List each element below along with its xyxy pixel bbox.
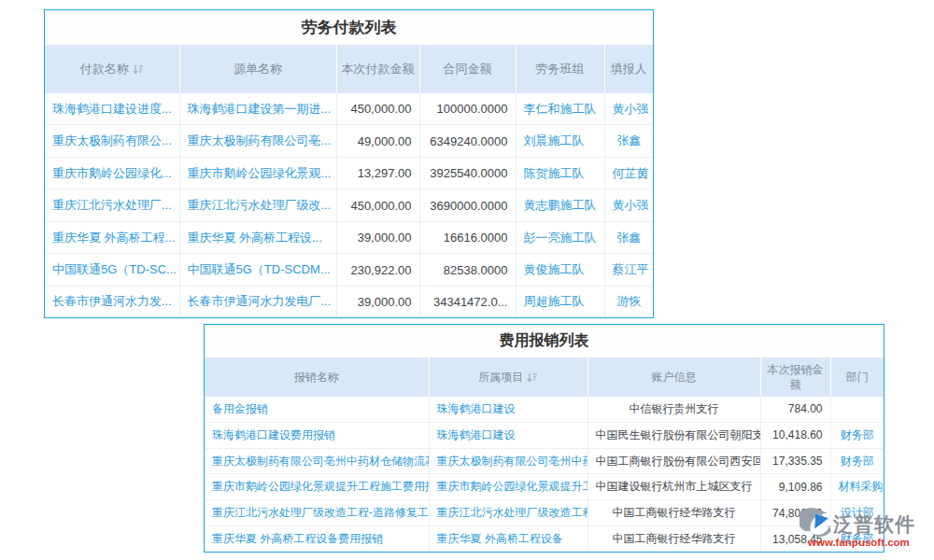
col-header-account-info: 账户信息 <box>587 357 760 397</box>
table-row: 重庆江北污水处理厂级改造工程-道路修复工程费...重庆江北污水处理厂级改造工程.… <box>205 500 884 526</box>
cell-payment-name[interactable]: 重庆江北污水处理厂... <box>45 189 179 222</box>
cell-contract-amount: 6349240.0000 <box>419 125 516 158</box>
cell-contract-amount: 16616.0000 <box>419 221 516 254</box>
cell-contract-amount: 3690000.0000 <box>419 189 516 222</box>
cell-project[interactable]: 重庆太极制药有限公司亳州中药... <box>429 448 587 474</box>
col-header-expense-name: 报销名称 <box>205 357 429 397</box>
cell-payment-name[interactable]: 重庆太极制药有限公... <box>45 125 179 158</box>
table-row: 长春市伊通河水力发...长春市伊通河水力发电厂...39,000.0034341… <box>45 286 653 317</box>
col-header-label: 本次报销金额 <box>768 363 824 391</box>
cell-project[interactable]: 珠海鹤港口建设 <box>429 397 587 422</box>
cell-labor-team[interactable]: 陈贺施工队 <box>516 157 604 189</box>
cell-labor-team[interactable]: 黄俊施工队 <box>516 254 604 287</box>
cell-department[interactable]: 财务部 <box>830 448 884 474</box>
col-header-label: 账户信息 <box>652 371 697 384</box>
col-header-reporter: 填报人 <box>604 45 653 93</box>
cell-expense-amount: 9,109.86 <box>760 474 830 500</box>
cell-expense-name[interactable]: 重庆江北污水处理厂级改造工程-道路修复工程费... <box>205 500 429 526</box>
cell-account-info: 中国工商银行经华路支行 <box>587 526 760 552</box>
cell-payment-name[interactable]: 珠海鹤港口建设进度... <box>45 93 179 125</box>
cell-source-name[interactable]: 珠海鹤港口建设第一期进... <box>179 93 336 125</box>
labor-table-title: 劳务付款列表 <box>45 10 653 45</box>
col-header-label: 付款名称 <box>80 62 129 76</box>
cell-expense-name[interactable]: 重庆华夏 外高桥工程设备费用报销 <box>205 526 429 552</box>
cell-source-name[interactable]: 重庆江北污水处理厂级改... <box>179 189 336 222</box>
table-row: 重庆华夏 外高桥工程...重庆华夏 外高桥工程设...39,000.001661… <box>45 221 653 254</box>
cell-payment-name[interactable]: 重庆市鹅岭公园绿化... <box>45 157 179 189</box>
col-header-label: 报销名称 <box>294 371 339 384</box>
col-header-expense-amount: 本次报销金额 <box>760 357 830 397</box>
cell-payment-amount: 450,000.00 <box>336 189 419 222</box>
cell-project[interactable]: 珠海鹤港口建设 <box>429 422 587 448</box>
table-row: 重庆市鹅岭公园绿化...重庆市鹅岭公园绿化景观...13,297.0039255… <box>45 157 653 189</box>
brand-url: www.fanpusoft.com <box>800 537 934 548</box>
cell-expense-name[interactable]: 重庆市鹅岭公园绿化景观提升工程施工费用报销 <box>205 474 429 500</box>
cell-department[interactable]: 财务部 <box>830 422 884 448</box>
col-header-source-name: 源单名称 <box>179 45 336 93</box>
table-row: 重庆太极制药有限公司亳州中药材仓储物流基地...重庆太极制药有限公司亳州中药..… <box>205 448 884 474</box>
cell-source-name[interactable]: 重庆华夏 外高桥工程设... <box>179 221 336 254</box>
cell-reporter[interactable]: 张鑫 <box>604 221 653 254</box>
cell-payment-name[interactable]: 长春市伊通河水力发... <box>45 286 179 317</box>
sort-icon <box>133 64 144 75</box>
col-header-payment-name[interactable]: 付款名称 <box>45 45 179 93</box>
col-header-label: 源单名称 <box>234 62 282 76</box>
labor-payment-table-card: 劳务付款列表 付款名称源单名称本次付款金额合同金额劳务班组填报人珠海鹤港口建设进… <box>44 9 654 318</box>
col-header-payment-amount: 本次付款金额 <box>336 45 419 93</box>
brand-watermark: 泛普软件 www.fanpusoft.com <box>800 507 934 548</box>
cell-contract-amount: 82538.0000 <box>419 254 516 287</box>
cell-source-name[interactable]: 长春市伊通河水力发电厂... <box>179 286 336 317</box>
table-row: 重庆江北污水处理厂...重庆江北污水处理厂级改...450,000.003690… <box>45 189 653 222</box>
cell-project[interactable]: 重庆江北污水处理厂级改造工程... <box>429 500 587 526</box>
cell-project[interactable]: 重庆华夏 外高桥工程设备 <box>429 526 587 552</box>
cell-department <box>830 397 884 422</box>
table-row: 珠海鹤港口建设费用报销珠海鹤港口建设中国民生银行股份有限公司朝阳支行10,418… <box>205 422 884 448</box>
table-header-row: 报销名称所属项目账户信息本次报销金额部门 <box>205 357 884 397</box>
cell-expense-name[interactable]: 珠海鹤港口建设费用报销 <box>205 422 429 448</box>
cell-reporter[interactable]: 张鑫 <box>604 125 653 158</box>
cell-labor-team[interactable]: 李仁和施工队 <box>516 93 604 125</box>
cell-payment-amount: 13,297.00 <box>336 157 419 189</box>
cell-source-name[interactable]: 重庆太极制药有限公司亳... <box>179 125 336 158</box>
cell-reporter[interactable]: 何芷茵 <box>604 157 653 189</box>
col-header-label: 劳务班组 <box>536 62 585 76</box>
col-header-department: 部门 <box>830 357 884 397</box>
cell-payment-amount: 230,922.00 <box>336 254 419 287</box>
cell-expense-name[interactable]: 重庆太极制药有限公司亳州中药材仓储物流基地... <box>205 448 429 474</box>
col-header-contract-amount: 合同金额 <box>419 45 516 93</box>
cell-department[interactable]: 材料采购 <box>830 474 884 500</box>
expense-table: 报销名称所属项目账户信息本次报销金额部门备用金报销珠海鹤港口建设中信银行贵州支行… <box>205 357 884 552</box>
cell-reporter[interactable]: 黄小强 <box>604 93 653 125</box>
cell-reporter[interactable]: 蔡江平 <box>604 254 653 287</box>
cell-payment-name[interactable]: 中国联通5G（TD-SC... <box>45 254 179 287</box>
cell-labor-team[interactable]: 周超施工队 <box>516 286 604 317</box>
cell-reporter[interactable]: 黄小强 <box>604 189 653 222</box>
expense-reimbursement-table-card: 费用报销列表 报销名称所属项目账户信息本次报销金额部门备用金报销珠海鹤港口建设中… <box>204 324 884 553</box>
cell-source-name[interactable]: 重庆市鹅岭公园绿化景观... <box>179 157 336 189</box>
table-header-row: 付款名称源单名称本次付款金额合同金额劳务班组填报人 <box>45 45 653 93</box>
col-header-label: 本次付款金额 <box>342 62 415 76</box>
cell-payment-amount: 39,000.00 <box>336 286 419 317</box>
table-row: 珠海鹤港口建设进度...珠海鹤港口建设第一期进...450,000.001000… <box>45 93 653 125</box>
cell-reporter[interactable]: 游恢 <box>604 286 653 317</box>
cell-account-info: 中国建设银行杭州市上城区支行 <box>587 474 760 500</box>
cell-labor-team[interactable]: 黄志鹏施工队 <box>516 189 604 222</box>
cell-contract-amount: 100000.0000 <box>419 93 516 125</box>
expense-table-title: 费用报销列表 <box>205 325 884 357</box>
cell-expense-amount: 17,335.35 <box>760 448 830 474</box>
sort-icon <box>527 372 538 383</box>
col-header-label: 合同金额 <box>444 62 492 76</box>
labor-table: 付款名称源单名称本次付款金额合同金额劳务班组填报人珠海鹤港口建设进度...珠海鹤… <box>45 45 653 317</box>
cell-contract-amount: 34341472.0... <box>419 286 516 317</box>
col-header-project[interactable]: 所属项目 <box>429 357 587 397</box>
col-header-labor-team: 劳务班组 <box>516 45 604 93</box>
col-header-label: 部门 <box>846 371 869 384</box>
cell-expense-name[interactable]: 备用金报销 <box>205 397 429 422</box>
cell-labor-team[interactable]: 刘晨施工队 <box>516 125 604 158</box>
cell-project[interactable]: 重庆市鹅岭公园绿化景观提升工... <box>429 474 587 500</box>
cell-payment-amount: 49,000.00 <box>336 125 419 158</box>
cell-account-info: 中国工商银行股份有限公司西安回... <box>587 448 760 474</box>
cell-payment-name[interactable]: 重庆华夏 外高桥工程... <box>45 221 179 254</box>
cell-source-name[interactable]: 中国联通5G（TD-SCDM... <box>179 254 336 287</box>
cell-labor-team[interactable]: 彭一亮施工队 <box>516 221 604 254</box>
